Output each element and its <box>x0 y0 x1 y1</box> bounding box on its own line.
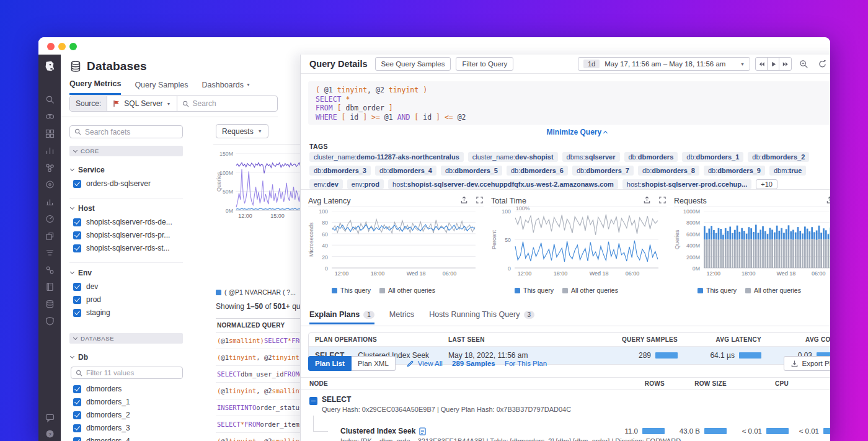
facet-group-core[interactable]: CORE <box>69 146 183 156</box>
tab-hosts-running[interactable]: Hosts Running This Query3 <box>429 310 534 323</box>
apm-icon[interactable] <box>45 214 55 224</box>
export-icon[interactable] <box>643 195 651 207</box>
checkbox-checked[interactable] <box>73 424 81 432</box>
minimize-window-button[interactable] <box>58 43 66 50</box>
query-row[interactable]: ( @1 tinyint, @2 smallint ) <box>216 433 300 441</box>
facet-value-row[interactable]: prod <box>73 295 183 304</box>
facet-value-row[interactable]: staging <box>73 308 183 317</box>
tag[interactable]: db:dbmorders_1 <box>682 152 743 162</box>
checkbox-checked[interactable] <box>73 231 81 239</box>
service-map-icon[interactable] <box>45 163 55 172</box>
facet-title[interactable]: Db <box>71 353 183 362</box>
notebooks-icon[interactable] <box>45 282 55 292</box>
logs-icon[interactable] <box>45 248 55 258</box>
facet-value-row[interactable]: shopist-sqlserver-rds-pr... <box>73 231 183 239</box>
facet-value-row[interactable]: dbmorders <box>73 385 183 393</box>
close-window-button[interactable] <box>47 43 55 50</box>
tag[interactable]: host:shopist-sqlserver-dev.ccehuppdfqfx.… <box>388 179 618 189</box>
minimize-query-link[interactable]: Minimize Query <box>301 128 830 136</box>
checkbox-checked[interactable] <box>73 180 81 188</box>
integrations-icon[interactable] <box>45 231 55 241</box>
facet-title[interactable]: Env <box>71 269 183 277</box>
facet-value-row[interactable]: shopist-sqlserver-rds-st... <box>73 244 183 252</box>
more-tags-chip[interactable]: +10 <box>756 179 777 189</box>
help-icon[interactable]: ? <box>45 429 55 439</box>
expand-icon[interactable] <box>658 195 666 207</box>
time-back-button[interactable] <box>756 58 768 70</box>
view-all-samples-link[interactable]: View All 289 Samples For This Plan <box>407 360 547 367</box>
query-row[interactable]: INSERT INTO order_status_his <box>216 399 300 416</box>
legend-item[interactable]: All other queries <box>562 287 618 294</box>
monitors-icon[interactable] <box>45 197 55 207</box>
tag[interactable]: db:dbmorders_8 <box>638 166 699 176</box>
filter-to-query-button[interactable]: Filter to Query <box>456 57 513 71</box>
facet-value-row[interactable]: shopist-sqlserver-rds-de... <box>73 218 183 226</box>
facet-value-row[interactable]: dbmorders_3 <box>73 424 183 432</box>
metric-dropdown[interactable]: Requests▼ <box>216 124 268 138</box>
checkbox-checked[interactable] <box>73 218 81 226</box>
tag[interactable]: env:prod <box>347 179 384 189</box>
tag[interactable]: db:dbmorders_4 <box>375 166 436 176</box>
tag[interactable]: db:dbmorders_7 <box>572 166 634 176</box>
checkbox-checked[interactable] <box>73 385 81 393</box>
search-icon[interactable] <box>45 94 55 104</box>
refresh-icon[interactable] <box>815 57 829 71</box>
export-icon[interactable] <box>460 195 468 207</box>
tag[interactable]: host:shopist-sqlserver-prod.ccehup... <box>622 179 751 189</box>
facet-search-input[interactable]: Search facets <box>69 125 183 138</box>
tag[interactable]: db:dbmorders_6 <box>507 166 568 176</box>
zoom-window-button[interactable] <box>69 43 77 50</box>
facet-value-row[interactable]: orders-db-sqlserver <box>73 179 183 188</box>
watchdog-icon[interactable] <box>45 112 55 122</box>
facet-title[interactable]: Service <box>71 166 183 174</box>
tab-query-metrics[interactable]: Query Metrics <box>69 79 121 95</box>
query-row[interactable]: ( @1 tinyint, @2 tinyint ) <box>216 349 300 366</box>
tab-metrics[interactable]: Metrics <box>389 310 414 323</box>
dashboards-icon[interactable] <box>45 128 55 138</box>
checkbox-checked[interactable] <box>73 296 81 304</box>
query-row[interactable]: ( @1 tinyint, @2 smallint ) <box>216 383 300 399</box>
legend-item[interactable]: This query <box>698 287 737 294</box>
query-row[interactable]: SELECT * FROM order_items <box>216 416 300 433</box>
checkbox-checked[interactable] <box>73 437 81 441</box>
expand-icon[interactable] <box>476 195 484 207</box>
legend-item[interactable]: All other queries <box>379 287 435 294</box>
export-icon[interactable] <box>826 195 830 207</box>
tag[interactable]: dbms:sqlserver <box>562 152 620 162</box>
legend-item[interactable]: All other queries <box>745 287 801 294</box>
query-row[interactable]: ( @1 smallint ) SELECT * FROM <box>216 332 300 349</box>
facet-value-row[interactable]: dbmorders_4 <box>73 437 183 441</box>
facet-filter-input[interactable]: Filter 11 values <box>71 367 183 379</box>
checkbox-checked[interactable] <box>73 244 81 252</box>
facet-value-row[interactable]: dbmorders_1 <box>73 398 183 406</box>
checkbox-checked[interactable] <box>73 411 81 419</box>
tag[interactable]: db:dbmorders_5 <box>441 166 502 176</box>
tag[interactable]: db:dbmorders_3 <box>309 166 371 176</box>
security-icon[interactable] <box>45 316 55 326</box>
tag[interactable]: cluster_name:demo-11287-aks-northcentral… <box>309 152 464 162</box>
tag[interactable]: db:dbmorders_2 <box>748 152 809 162</box>
legend-item[interactable]: This query <box>332 287 371 294</box>
legend-item[interactable]: This query <box>515 287 554 294</box>
tag[interactable]: env:dev <box>309 179 343 189</box>
time-forward-button[interactable] <box>779 58 791 70</box>
collapse-node-icon[interactable] <box>309 397 317 405</box>
facet-value-row[interactable]: dbmorders_2 <box>73 411 183 419</box>
synthetics-icon[interactable] <box>45 180 55 190</box>
tag[interactable]: db:dbmorders_9 <box>704 166 765 176</box>
metrics-icon[interactable] <box>45 146 55 156</box>
plan-list-button[interactable]: Plan List <box>308 356 352 371</box>
ci-cd-icon[interactable] <box>45 265 55 275</box>
query-search-input[interactable]: Search <box>177 96 277 111</box>
datadog-logo[interactable] <box>43 60 56 73</box>
facet-title[interactable]: Host <box>71 204 183 213</box>
checkbox-checked[interactable] <box>73 398 81 406</box>
checkbox-checked[interactable] <box>73 309 81 317</box>
plan-xml-button[interactable]: Plan XML <box>352 356 396 371</box>
facet-group-database[interactable]: DATABASE <box>69 333 183 344</box>
source-dropdown[interactable]: SQL Server▼ <box>107 96 177 111</box>
query-row[interactable]: SELECT dbm_user_id FROM dbm <box>216 366 300 383</box>
time-play-button[interactable] <box>768 58 779 70</box>
facet-value-row[interactable]: dev <box>73 282 183 291</box>
see-query-samples-button[interactable]: See Query Samples <box>375 57 451 71</box>
